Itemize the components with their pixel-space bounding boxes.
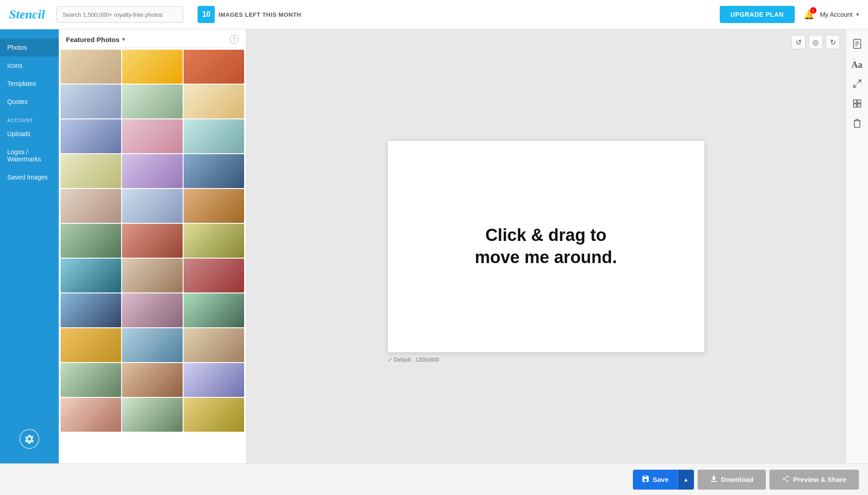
save-dropdown-button[interactable]: ▲: [678, 470, 694, 490]
photo-thumbnail[interactable]: [122, 154, 183, 188]
redo-button[interactable]: ↻: [826, 35, 840, 49]
sidebar-item-photos[interactable]: Photos: [0, 38, 59, 57]
photos-row: [61, 398, 244, 432]
svg-point-12: [783, 478, 784, 480]
canvas-size-text: Default · 1200x800: [394, 357, 439, 363]
file-icon: [853, 39, 862, 51]
photo-thumbnail[interactable]: [184, 189, 244, 223]
photo-thumbnail[interactable]: [184, 224, 244, 258]
svg-point-10: [788, 476, 789, 477]
grid-tool-button[interactable]: [849, 96, 865, 113]
photo-thumbnail[interactable]: [61, 293, 121, 327]
target-button[interactable]: ◎: [808, 35, 823, 49]
resize-tool-button[interactable]: [849, 76, 865, 93]
sidebar-item-label: Photos: [7, 44, 27, 51]
photo-thumbnail[interactable]: [122, 119, 183, 153]
svg-line-5: [854, 84, 857, 87]
gear-icon: [24, 434, 34, 444]
bell-badge: 1: [810, 7, 816, 14]
photo-thumbnail[interactable]: [184, 50, 244, 84]
photo-thumbnail[interactable]: [122, 363, 183, 397]
canvas-board[interactable]: Click & drag to move me around. ⤢ Defaul…: [388, 141, 704, 352]
save-button-group: Save ▲: [633, 470, 694, 490]
sidebar-item-templates[interactable]: Templates: [0, 75, 59, 93]
sidebar-item-logos[interactable]: Logos / Watermarks: [0, 143, 59, 168]
photo-thumbnail[interactable]: [184, 398, 244, 432]
photo-thumbnail[interactable]: [122, 259, 183, 292]
photo-thumbnail[interactable]: [184, 328, 244, 362]
photo-thumbnail[interactable]: [122, 50, 183, 84]
photos-row: [61, 50, 244, 84]
photo-thumbnail[interactable]: [122, 328, 183, 362]
photo-thumbnail[interactable]: [61, 50, 121, 84]
photo-thumbnail[interactable]: [122, 293, 183, 327]
photo-thumbnail[interactable]: [184, 363, 244, 397]
photo-thumbnail[interactable]: [184, 293, 244, 327]
svg-line-13: [784, 476, 788, 478]
chevron-down-icon: ▾: [856, 11, 859, 18]
save-button[interactable]: Save: [633, 470, 678, 490]
account-label: My Account: [820, 11, 853, 18]
sidebar-item-quotes[interactable]: Quotes: [0, 93, 59, 111]
photo-thumbnail[interactable]: [184, 85, 244, 118]
photos-panel-header: Featured Photos ▾ ?: [59, 29, 246, 48]
notification-bell[interactable]: 🔔 1: [802, 7, 816, 22]
svg-line-14: [784, 479, 788, 481]
images-left-text: IMAGES LEFT THIS MONTH: [218, 11, 301, 18]
sidebar-item-label: Templates: [7, 80, 36, 87]
main-layout: Photos Icons Templates Quotes ACCOUNT Up…: [0, 29, 868, 463]
header: Stencil 10 IMAGES LEFT THIS MONTH UPGRAD…: [0, 0, 868, 29]
account-area[interactable]: 🔔 1 My Account ▾: [802, 7, 859, 22]
help-button[interactable]: ?: [230, 35, 239, 44]
sidebar-item-icons[interactable]: Icons: [0, 57, 59, 75]
download-icon: [710, 475, 717, 484]
sidebar-item-uploads[interactable]: Uploads: [0, 125, 59, 143]
undo-button[interactable]: ↺: [791, 35, 806, 49]
share-icon: [782, 475, 789, 484]
photo-thumbnail[interactable]: [61, 259, 121, 292]
photo-thumbnail[interactable]: [61, 398, 121, 432]
photos-row: [61, 363, 244, 397]
text-tool-button[interactable]: Aa: [849, 57, 865, 73]
photo-thumbnail[interactable]: [122, 224, 183, 258]
save-label: Save: [653, 476, 669, 483]
right-tools-panel: Aa: [845, 29, 868, 463]
trash-icon: [853, 119, 861, 130]
sidebar-item-saved[interactable]: Saved Images: [0, 168, 59, 186]
photos-row: [61, 154, 244, 188]
photo-thumbnail[interactable]: [61, 363, 121, 397]
file-tool-button[interactable]: [849, 37, 865, 53]
preview-share-button[interactable]: Preview & Share: [769, 470, 859, 490]
photo-thumbnail[interactable]: [122, 189, 183, 223]
featured-photos-dropdown[interactable]: Featured Photos ▾: [66, 36, 125, 43]
photo-thumbnail[interactable]: [61, 119, 121, 153]
resize-icon: ⤢: [388, 357, 392, 363]
images-left-badge: 10 IMAGES LEFT THIS MONTH: [198, 6, 301, 23]
photos-row: [61, 119, 244, 153]
settings-button[interactable]: [19, 429, 39, 449]
photo-thumbnail[interactable]: [184, 154, 244, 188]
photo-thumbnail[interactable]: [61, 328, 121, 362]
sidebar: Photos Icons Templates Quotes ACCOUNT Up…: [0, 29, 59, 463]
photo-thumbnail[interactable]: [61, 224, 121, 258]
photo-thumbnail[interactable]: [184, 119, 244, 153]
photo-thumbnail[interactable]: [184, 259, 244, 292]
search-input[interactable]: [57, 6, 183, 23]
photo-thumbnail[interactable]: [61, 85, 121, 118]
svg-rect-9: [858, 104, 861, 107]
canvas-drag-instruction[interactable]: Click & drag to move me around.: [475, 224, 617, 269]
photo-thumbnail[interactable]: [61, 189, 121, 223]
download-button[interactable]: Download: [698, 470, 766, 490]
trash-tool-button[interactable]: [849, 116, 865, 132]
canvas-area: ↺ ◎ ↻ Click & drag to move me around. ⤢ …: [246, 29, 845, 463]
photo-thumbnail[interactable]: [61, 154, 121, 188]
photo-thumbnail[interactable]: [122, 85, 183, 118]
photo-thumbnail[interactable]: [122, 398, 183, 432]
drag-text-line1: Click & drag to: [485, 226, 606, 245]
grid-icon: [853, 99, 862, 110]
download-label: Download: [721, 476, 754, 483]
upgrade-plan-button[interactable]: UPGRADE PLAN: [720, 6, 795, 23]
svg-rect-6: [854, 100, 857, 103]
logo: Stencil: [9, 7, 45, 22]
sidebar-item-label: Uploads: [7, 130, 30, 137]
